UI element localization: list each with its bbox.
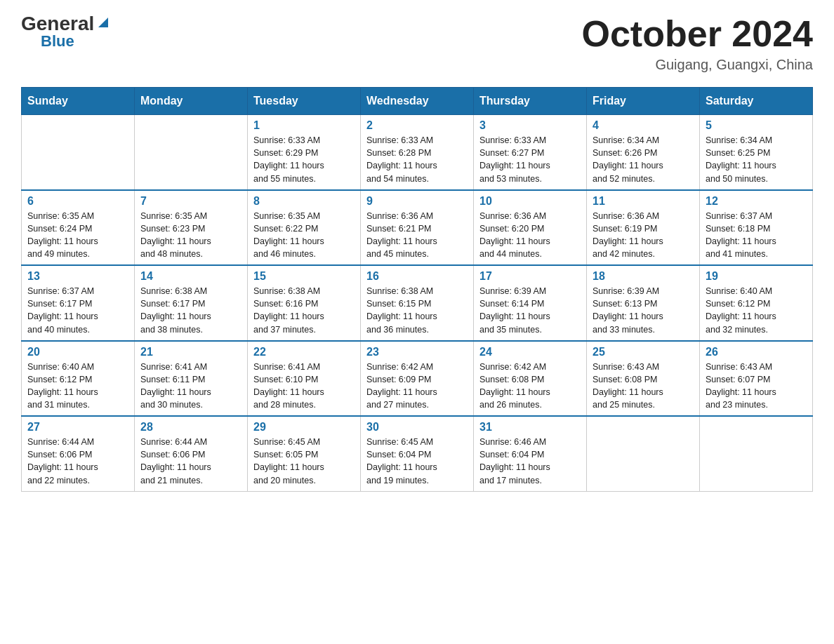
calendar-day-cell: 30Sunrise: 6:45 AMSunset: 6:04 PMDayligh…	[361, 416, 474, 491]
day-number: 19	[706, 270, 807, 283]
day-info: Sunrise: 6:33 AMSunset: 6:28 PMDaylight:…	[366, 134, 468, 185]
day-number: 11	[593, 195, 694, 208]
day-number: 8	[253, 195, 355, 208]
day-info: Sunrise: 6:35 AMSunset: 6:24 PMDaylight:…	[27, 210, 128, 261]
day-info: Sunrise: 6:39 AMSunset: 6:14 PMDaylight:…	[479, 285, 581, 336]
calendar-day-cell: 21Sunrise: 6:41 AMSunset: 6:11 PMDayligh…	[135, 341, 248, 417]
month-title: October 2024	[582, 14, 814, 54]
calendar-day-cell: 1Sunrise: 6:33 AMSunset: 6:29 PMDaylight…	[248, 115, 361, 190]
day-number: 23	[366, 346, 468, 358]
day-number: 4	[593, 119, 694, 132]
day-number: 7	[140, 195, 241, 208]
day-info: Sunrise: 6:42 AMSunset: 6:09 PMDaylight:…	[366, 361, 468, 412]
calendar-week-row: 1Sunrise: 6:33 AMSunset: 6:29 PMDaylight…	[22, 115, 813, 190]
day-number: 18	[593, 270, 694, 283]
calendar-day-cell: 22Sunrise: 6:41 AMSunset: 6:10 PMDayligh…	[248, 341, 361, 417]
calendar-day-cell: 16Sunrise: 6:38 AMSunset: 6:15 PMDayligh…	[361, 265, 474, 341]
day-info: Sunrise: 6:33 AMSunset: 6:29 PMDaylight:…	[253, 134, 355, 185]
day-number: 20	[27, 346, 128, 358]
calendar-day-cell: 24Sunrise: 6:42 AMSunset: 6:08 PMDayligh…	[474, 341, 587, 417]
calendar-day-cell: 28Sunrise: 6:44 AMSunset: 6:06 PMDayligh…	[135, 416, 248, 491]
day-info: Sunrise: 6:33 AMSunset: 6:27 PMDaylight:…	[479, 134, 581, 185]
calendar-week-row: 13Sunrise: 6:37 AMSunset: 6:17 PMDayligh…	[22, 265, 813, 341]
logo-blue-text: Blue	[41, 34, 74, 49]
day-number: 17	[479, 270, 581, 283]
day-of-week-header: Monday	[135, 88, 248, 115]
calendar-week-row: 20Sunrise: 6:40 AMSunset: 6:12 PMDayligh…	[22, 341, 813, 417]
day-of-week-header: Friday	[587, 88, 700, 115]
day-info: Sunrise: 6:39 AMSunset: 6:13 PMDaylight:…	[593, 285, 694, 336]
day-of-week-header: Saturday	[700, 88, 813, 115]
day-info: Sunrise: 6:40 AMSunset: 6:12 PMDaylight:…	[706, 285, 807, 336]
day-number: 16	[366, 270, 468, 283]
day-info: Sunrise: 6:43 AMSunset: 6:08 PMDaylight:…	[593, 361, 694, 412]
day-info: Sunrise: 6:45 AMSunset: 6:05 PMDaylight:…	[253, 436, 355, 487]
day-info: Sunrise: 6:40 AMSunset: 6:12 PMDaylight:…	[27, 361, 128, 412]
day-info: Sunrise: 6:35 AMSunset: 6:22 PMDaylight:…	[253, 210, 355, 261]
calendar-day-cell: 31Sunrise: 6:46 AMSunset: 6:04 PMDayligh…	[474, 416, 587, 491]
calendar-day-cell: 25Sunrise: 6:43 AMSunset: 6:08 PMDayligh…	[587, 341, 700, 417]
day-info: Sunrise: 6:37 AMSunset: 6:17 PMDaylight:…	[27, 285, 128, 336]
calendar-day-cell: 11Sunrise: 6:36 AMSunset: 6:19 PMDayligh…	[587, 190, 700, 266]
location-text: Guigang, Guangxi, China	[582, 57, 814, 73]
calendar-day-cell: 9Sunrise: 6:36 AMSunset: 6:21 PMDaylight…	[361, 190, 474, 266]
calendar-day-cell: 20Sunrise: 6:40 AMSunset: 6:12 PMDayligh…	[22, 341, 135, 417]
calendar-day-cell: 18Sunrise: 6:39 AMSunset: 6:13 PMDayligh…	[587, 265, 700, 341]
day-info: Sunrise: 6:41 AMSunset: 6:10 PMDaylight:…	[253, 361, 355, 412]
day-info: Sunrise: 6:36 AMSunset: 6:21 PMDaylight:…	[366, 210, 468, 261]
day-number: 14	[140, 270, 241, 283]
calendar-day-cell: 29Sunrise: 6:45 AMSunset: 6:05 PMDayligh…	[248, 416, 361, 491]
calendar-day-cell: 27Sunrise: 6:44 AMSunset: 6:06 PMDayligh…	[22, 416, 135, 491]
day-of-week-header: Sunday	[22, 88, 135, 115]
logo-general-text: General	[21, 14, 94, 34]
calendar-day-cell: 4Sunrise: 6:34 AMSunset: 6:26 PMDaylight…	[587, 115, 700, 190]
calendar-day-cell: 12Sunrise: 6:37 AMSunset: 6:18 PMDayligh…	[700, 190, 813, 266]
day-number: 15	[253, 270, 355, 283]
day-info: Sunrise: 6:44 AMSunset: 6:06 PMDaylight:…	[140, 436, 241, 487]
calendar-day-cell: 26Sunrise: 6:43 AMSunset: 6:07 PMDayligh…	[700, 341, 813, 417]
calendar-day-cell: 5Sunrise: 6:34 AMSunset: 6:25 PMDaylight…	[700, 115, 813, 190]
calendar-day-cell: 10Sunrise: 6:36 AMSunset: 6:20 PMDayligh…	[474, 190, 587, 266]
day-number: 5	[706, 119, 807, 132]
day-info: Sunrise: 6:42 AMSunset: 6:08 PMDaylight:…	[479, 361, 581, 412]
day-number: 21	[140, 346, 241, 358]
calendar-week-row: 27Sunrise: 6:44 AMSunset: 6:06 PMDayligh…	[22, 416, 813, 491]
logo: General Blue	[21, 14, 111, 49]
day-of-week-header: Wednesday	[361, 88, 474, 115]
day-info: Sunrise: 6:41 AMSunset: 6:11 PMDaylight:…	[140, 361, 241, 412]
svg-marker-0	[98, 18, 108, 27]
day-number: 6	[27, 195, 128, 208]
calendar-day-cell	[22, 115, 135, 190]
calendar-day-cell: 17Sunrise: 6:39 AMSunset: 6:14 PMDayligh…	[474, 265, 587, 341]
calendar-week-row: 6Sunrise: 6:35 AMSunset: 6:24 PMDaylight…	[22, 190, 813, 266]
calendar-day-cell: 2Sunrise: 6:33 AMSunset: 6:28 PMDaylight…	[361, 115, 474, 190]
day-number: 1	[253, 119, 355, 132]
calendar-day-cell: 3Sunrise: 6:33 AMSunset: 6:27 PMDaylight…	[474, 115, 587, 190]
day-info: Sunrise: 6:46 AMSunset: 6:04 PMDaylight:…	[479, 436, 581, 487]
day-info: Sunrise: 6:44 AMSunset: 6:06 PMDaylight:…	[27, 436, 128, 487]
calendar-day-cell	[135, 115, 248, 190]
calendar-day-cell: 23Sunrise: 6:42 AMSunset: 6:09 PMDayligh…	[361, 341, 474, 417]
day-number: 26	[706, 346, 807, 358]
day-info: Sunrise: 6:43 AMSunset: 6:07 PMDaylight:…	[706, 361, 807, 412]
calendar-day-cell: 7Sunrise: 6:35 AMSunset: 6:23 PMDaylight…	[135, 190, 248, 266]
day-number: 2	[366, 119, 468, 132]
day-info: Sunrise: 6:36 AMSunset: 6:20 PMDaylight:…	[479, 210, 581, 261]
page-header: General Blue October 2024 Guigang, Guang…	[21, 14, 813, 73]
logo-triangle-icon	[95, 15, 111, 30]
day-info: Sunrise: 6:38 AMSunset: 6:15 PMDaylight:…	[366, 285, 468, 336]
day-number: 13	[27, 270, 128, 283]
day-number: 3	[479, 119, 581, 132]
day-number: 31	[479, 421, 581, 434]
day-info: Sunrise: 6:36 AMSunset: 6:19 PMDaylight:…	[593, 210, 694, 261]
title-section: October 2024 Guigang, Guangxi, China	[582, 14, 814, 73]
day-number: 25	[593, 346, 694, 358]
calendar-day-cell: 6Sunrise: 6:35 AMSunset: 6:24 PMDaylight…	[22, 190, 135, 266]
day-info: Sunrise: 6:35 AMSunset: 6:23 PMDaylight:…	[140, 210, 241, 261]
day-info: Sunrise: 6:34 AMSunset: 6:26 PMDaylight:…	[593, 134, 694, 185]
day-number: 28	[140, 421, 241, 434]
day-info: Sunrise: 6:38 AMSunset: 6:17 PMDaylight:…	[140, 285, 241, 336]
calendar-table: SundayMondayTuesdayWednesdayThursdayFrid…	[21, 87, 813, 492]
day-info: Sunrise: 6:38 AMSunset: 6:16 PMDaylight:…	[253, 285, 355, 336]
day-number: 29	[253, 421, 355, 434]
